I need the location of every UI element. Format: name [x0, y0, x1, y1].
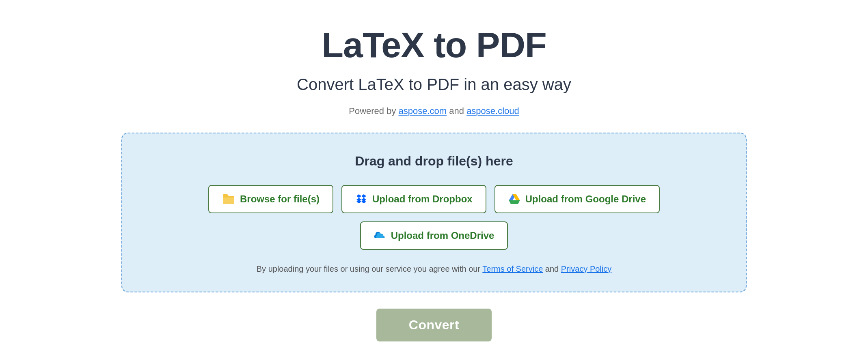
- page-title: LaTeX to PDF: [322, 24, 546, 66]
- aspose-com-link[interactable]: aspose.com: [399, 106, 447, 116]
- upload-onedrive-label: Upload from OneDrive: [391, 230, 494, 241]
- page-subtitle: Convert LaTeX to PDF in an easy way: [297, 75, 571, 94]
- dropbox-icon: [355, 193, 367, 205]
- googledrive-icon: [508, 193, 520, 205]
- browse-files-label: Browse for file(s): [240, 193, 320, 205]
- terms-of-service-link[interactable]: Terms of Service: [482, 264, 543, 273]
- onedrive-icon: [374, 230, 386, 242]
- upload-onedrive-button[interactable]: Upload from OneDrive: [360, 221, 508, 250]
- upload-googledrive-button[interactable]: Upload from Google Drive: [494, 185, 660, 213]
- convert-button[interactable]: Convert: [376, 309, 492, 341]
- upload-buttons-container: Browse for file(s) Upload from Dropbox: [147, 185, 721, 250]
- upload-dropbox-label: Upload from Dropbox: [372, 193, 473, 205]
- terms-text: By uploading your files or using our ser…: [257, 264, 612, 274]
- aspose-cloud-link[interactable]: aspose.cloud: [466, 106, 519, 116]
- drop-zone[interactable]: Drag and drop file(s) here Browse for fi…: [121, 133, 747, 292]
- drag-drop-label: Drag and drop file(s) here: [355, 154, 513, 169]
- upload-dropbox-button[interactable]: Upload from Dropbox: [341, 185, 486, 213]
- folder-icon: [222, 193, 235, 205]
- powered-by-text: Powered by aspose.com and aspose.cloud: [349, 106, 519, 116]
- browse-files-button[interactable]: Browse for file(s): [208, 185, 333, 213]
- privacy-policy-link[interactable]: Privacy Policy: [561, 264, 611, 273]
- upload-googledrive-label: Upload from Google Drive: [525, 193, 646, 205]
